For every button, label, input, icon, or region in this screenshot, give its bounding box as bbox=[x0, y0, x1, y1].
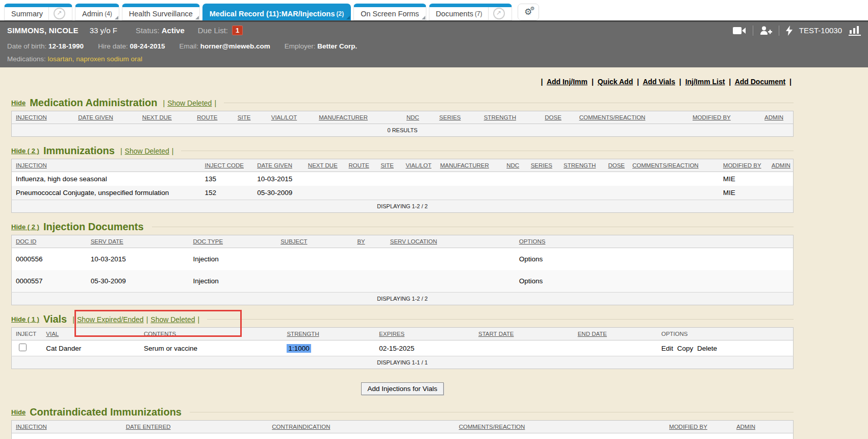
add-injections-for-vials-button[interactable]: Add Injections for Vials bbox=[361, 382, 443, 395]
contraindicated-hide-link[interactable]: Hide bbox=[11, 408, 25, 416]
col-doc-type[interactable]: DOC TYPE bbox=[189, 235, 276, 248]
add-vials-link[interactable]: Add Vials bbox=[643, 78, 675, 86]
col-modified-by[interactable]: MODIFIED BY bbox=[688, 111, 760, 124]
add-person-icon[interactable] bbox=[760, 26, 772, 35]
col-comments-reaction[interactable]: COMMENTS/REACTION bbox=[628, 159, 719, 172]
col-modified-by[interactable]: MODIFIED BY bbox=[719, 159, 768, 172]
col-injection[interactable]: INJECTION bbox=[12, 421, 122, 433]
vial-delete-link[interactable]: Delete bbox=[697, 345, 717, 352]
col-next-due[interactable]: NEXT DUE bbox=[304, 159, 345, 172]
col-ndc[interactable]: NDC bbox=[402, 111, 435, 124]
document-row: 0000556 10-03-2015 Injection Options bbox=[12, 248, 794, 271]
tab-documents-count: (7) bbox=[475, 10, 482, 17]
vials-show-deleted-link[interactable]: Show Deleted bbox=[150, 315, 195, 324]
cell-doc-id[interactable]: 0000556 bbox=[12, 248, 87, 271]
settings-button[interactable]: ⚙ ⚙ bbox=[518, 4, 539, 20]
col-subject[interactable]: SUBJECT bbox=[276, 235, 353, 248]
col-manufacturer[interactable]: MANUFACTURER bbox=[315, 111, 402, 124]
col-admin[interactable]: ADMIN bbox=[732, 421, 794, 433]
col-comments-reaction[interactable]: COMMENTS/REACTION bbox=[455, 421, 665, 433]
col-manufacturer[interactable]: MANUFACTURER bbox=[436, 159, 502, 172]
col-admin[interactable]: ADMIN bbox=[768, 159, 794, 172]
col-date-entered[interactable]: DATE ENTERED bbox=[122, 421, 268, 433]
arrow-up-right-circle-icon: ↗ bbox=[54, 8, 65, 19]
tab-admin[interactable]: Admin (4) bbox=[75, 4, 119, 20]
add-inj-imm-link[interactable]: Add Inj/Imm bbox=[547, 78, 588, 86]
col-serv-date[interactable]: SERV DATE bbox=[87, 235, 189, 248]
col-dose[interactable]: DOSE bbox=[604, 159, 628, 172]
vial-edit-link[interactable]: Edit bbox=[661, 345, 673, 352]
med-admin-hide-link[interactable]: Hide bbox=[11, 99, 25, 107]
medication-link-naproxen[interactable]: naproxen sodium oral bbox=[76, 55, 142, 63]
section-injection-documents: Hide ( 2 ) Injection Documents DOC ID SE… bbox=[11, 221, 794, 305]
vials-show-expired-link[interactable]: Show Expired/Ended bbox=[77, 315, 144, 324]
col-contraindication[interactable]: CONTRAINDICATION bbox=[268, 421, 454, 433]
summary-open-button[interactable]: ↗ bbox=[48, 7, 65, 20]
add-document-link[interactable]: Add Document bbox=[735, 78, 786, 86]
col-date-given[interactable]: DATE GIVEN bbox=[74, 111, 138, 124]
col-injection[interactable]: INJECTION bbox=[12, 159, 201, 172]
col-strength[interactable]: STRENGTH bbox=[283, 328, 375, 340]
col-end-date[interactable]: END DATE bbox=[574, 328, 657, 340]
med-admin-title: Medication Administration bbox=[30, 97, 157, 109]
tab-health-surveillance[interactable]: Health Surveillance bbox=[122, 4, 200, 20]
cell-doc-type: Injection bbox=[189, 270, 276, 292]
col-start-date[interactable]: START DATE bbox=[474, 328, 574, 340]
col-strength[interactable]: STRENGTH bbox=[559, 159, 604, 172]
col-vial-lot[interactable]: VIAL/LOT bbox=[401, 159, 436, 172]
med-admin-show-deleted-link[interactable]: Show Deleted bbox=[167, 99, 212, 107]
medication-link-losartan[interactable]: losartan bbox=[48, 55, 72, 63]
injection-documents-hide-link[interactable]: Hide ( 2 ) bbox=[11, 223, 39, 231]
tab-medical-record[interactable]: Medical Record (11):MAR/Injections (2) bbox=[202, 4, 351, 20]
col-series[interactable]: SERIES bbox=[527, 159, 559, 172]
col-contents[interactable]: CONTENTS bbox=[140, 328, 283, 340]
col-comments-reaction[interactable]: COMMENTS/REACTION bbox=[575, 111, 688, 124]
col-next-due[interactable]: NEXT DUE bbox=[138, 111, 193, 124]
inj-imm-list-link[interactable]: Inj/Imm List bbox=[685, 78, 725, 86]
immunizations-hide-link[interactable]: Hide ( 2 ) bbox=[11, 147, 39, 155]
col-by[interactable]: BY bbox=[353, 235, 386, 248]
col-vial[interactable]: VIAL bbox=[42, 328, 140, 340]
vials-header-row: INJECT VIAL CONTENTS STRENGTH EXPIRES ST… bbox=[12, 328, 794, 340]
col-ndc[interactable]: NDC bbox=[502, 159, 527, 172]
med-admin-empty-text: 0 RESULTS bbox=[12, 124, 794, 137]
col-site[interactable]: SITE bbox=[234, 111, 267, 124]
tab-on-screen-forms[interactable]: On Screen Forms bbox=[353, 4, 426, 20]
col-date-given[interactable]: DATE GIVEN bbox=[253, 159, 304, 172]
col-doc-id[interactable]: DOC ID bbox=[12, 235, 87, 248]
tab-summary[interactable]: Summary ↗ bbox=[4, 4, 72, 20]
cell-options-menu[interactable]: Options bbox=[515, 270, 794, 292]
col-options[interactable]: OPTIONS bbox=[515, 235, 794, 248]
vial-inject-checkbox[interactable] bbox=[19, 344, 27, 351]
cell-options-menu[interactable]: Options bbox=[515, 248, 794, 271]
col-vial-lot[interactable]: VIAL/LOT bbox=[267, 111, 315, 124]
lightning-bolt-icon[interactable] bbox=[786, 26, 793, 36]
col-modified-by[interactable]: MODIFIED BY bbox=[665, 421, 732, 433]
med-admin-table: INJECTION DATE GIVEN NEXT DUE ROUTE SITE… bbox=[11, 111, 794, 137]
cell-doc-id[interactable]: 0000557 bbox=[12, 270, 87, 292]
col-serv-location[interactable]: SERV LOCATION bbox=[386, 235, 515, 248]
documents-open-button[interactable]: ↗ bbox=[488, 7, 505, 20]
video-camera-icon[interactable] bbox=[733, 27, 746, 35]
col-route[interactable]: ROUTE bbox=[193, 111, 234, 124]
col-series[interactable]: SERIES bbox=[435, 111, 479, 124]
employer-pair: Employer: Better Corp. bbox=[285, 42, 358, 50]
col-route[interactable]: ROUTE bbox=[345, 159, 377, 172]
col-dose[interactable]: DOSE bbox=[541, 111, 575, 124]
quick-add-link[interactable]: Quick Add bbox=[598, 78, 633, 86]
tab-documents[interactable]: Documents (7) ↗ bbox=[429, 4, 512, 20]
immunization-row: Influenza, high dose seasonal 135 10-03-… bbox=[12, 172, 794, 186]
col-inject-code[interactable]: INJECT CODE bbox=[201, 159, 253, 172]
bar-chart-icon[interactable] bbox=[849, 26, 861, 36]
col-admin[interactable]: ADMIN bbox=[760, 111, 793, 124]
immunizations-show-deleted-link[interactable]: Show Deleted bbox=[125, 147, 169, 155]
injection-documents-heading: Hide ( 2 ) Injection Documents bbox=[11, 221, 794, 233]
due-list-badge[interactable]: 1 bbox=[232, 26, 243, 35]
vial-copy-link[interactable]: Copy bbox=[677, 345, 694, 352]
col-site[interactable]: SITE bbox=[376, 159, 401, 172]
col-strength[interactable]: STRENGTH bbox=[480, 111, 541, 124]
col-injection[interactable]: INJECTION bbox=[12, 111, 74, 124]
col-expires[interactable]: EXPIRES bbox=[375, 328, 474, 340]
vials-hide-link[interactable]: Hide ( 1 ) bbox=[11, 315, 39, 323]
hire-date-pair: Hire date: 08-24-2015 bbox=[98, 42, 165, 50]
